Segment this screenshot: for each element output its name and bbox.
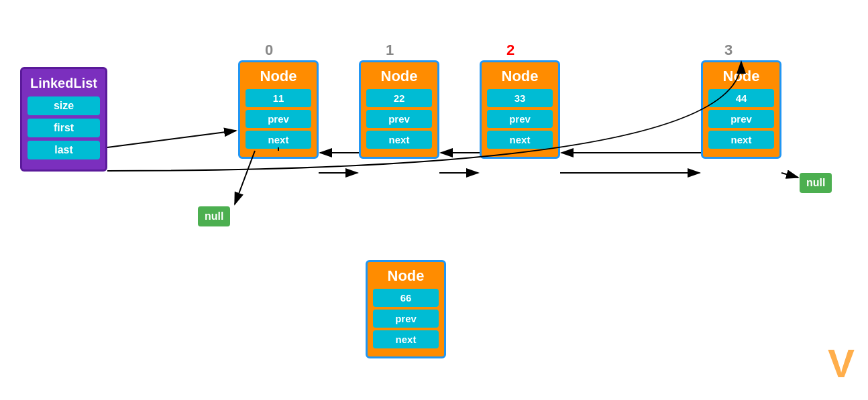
node-3-prev: prev (708, 110, 774, 128)
svg-line-2 (107, 131, 236, 147)
node-4-prev: prev (373, 310, 439, 328)
node-2-title: Node (487, 68, 553, 85)
node-3-title: Node (708, 68, 774, 85)
node-4-value: 66 (373, 289, 439, 307)
svg-line-4 (235, 151, 255, 204)
index-3: 3 (724, 42, 733, 59)
index-0: 0 (265, 42, 273, 59)
node-0-prev: prev (246, 110, 311, 128)
node-1: Node 22 prev next (359, 60, 439, 159)
node-2-next: next (487, 131, 553, 149)
node-4: Node 66 prev next (366, 260, 446, 358)
node-0-title: Node (246, 68, 311, 85)
node-1-title: Node (366, 68, 432, 85)
linked-list-box: LinkedList size first last (20, 67, 107, 172)
node-1-next: next (366, 131, 432, 149)
node-2: Node 33 prev next (480, 60, 560, 159)
watermark: V (828, 340, 855, 387)
node-0: Node 11 prev next (238, 60, 319, 159)
index-2: 2 (506, 42, 514, 59)
null-box-2: null (800, 173, 832, 193)
null-box-1: null (198, 206, 230, 226)
diagram-area: LinkedList size first last 0 1 2 3 Node … (0, 0, 868, 400)
node-1-value: 22 (366, 89, 432, 107)
node-4-title: Node (373, 267, 439, 285)
svg-line-8 (781, 173, 798, 178)
ll-field-first: first (28, 119, 100, 137)
ll-field-size: size (28, 96, 100, 115)
node-3-value: 44 (708, 89, 774, 107)
node-0-value: 11 (246, 89, 311, 107)
node-0-next: next (246, 131, 311, 149)
node-3-next: next (708, 131, 774, 149)
ll-field-last: last (28, 141, 100, 159)
node-1-prev: prev (366, 110, 432, 128)
index-1: 1 (386, 42, 394, 59)
node-2-prev: prev (487, 110, 553, 128)
node-3: Node 44 prev next (701, 60, 781, 159)
linked-list-title: LinkedList (28, 76, 100, 91)
node-2-value: 33 (487, 89, 553, 107)
node-4-next: next (373, 330, 439, 348)
